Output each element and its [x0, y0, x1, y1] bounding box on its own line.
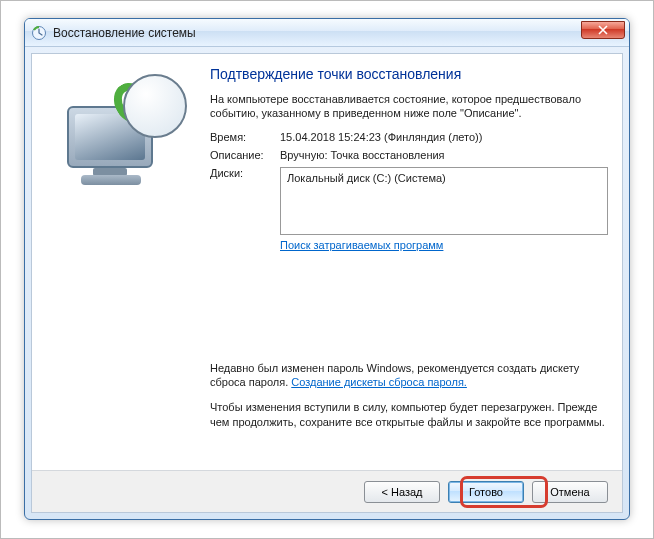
wizard-graphic-column	[44, 66, 204, 466]
window-title: Восстановление системы	[53, 26, 196, 40]
time-value: 15.04.2018 15:24:23 (Финляндия (лето))	[280, 131, 608, 143]
cancel-button[interactable]: Отмена	[532, 481, 608, 503]
restart-note-text: Чтобы изменения вступили в силу, компьют…	[210, 400, 608, 430]
titlebar: Восстановление системы	[25, 19, 629, 47]
disks-value: Локальный диск (C:) (Система)	[287, 172, 446, 184]
intro-text: На компьютере восстанавливается состояни…	[210, 92, 608, 121]
button-bar: < Назад Готово Отмена	[32, 470, 622, 512]
disks-listbox[interactable]: Локальный диск (C:) (Система)	[280, 167, 608, 235]
close-button[interactable]	[581, 21, 625, 39]
finish-button[interactable]: Готово	[448, 481, 524, 503]
content-frame: Подтверждение точки восстановления На ко…	[31, 53, 623, 513]
page-heading: Подтверждение точки восстановления	[210, 66, 608, 82]
system-restore-icon	[31, 25, 47, 41]
create-reset-disk-link[interactable]: Создание дискеты сброса пароля.	[291, 376, 467, 388]
scan-programs-link[interactable]: Поиск затрагиваемых программ	[280, 239, 443, 251]
back-button[interactable]: < Назад	[364, 481, 440, 503]
restore-graphic-icon	[59, 72, 189, 192]
desc-label: Описание:	[210, 149, 280, 161]
dialog-window: Восстановление системы Подтверждение точ…	[24, 18, 630, 520]
time-label: Время:	[210, 131, 280, 143]
desc-value: Вручную: Точка восстановления	[280, 149, 608, 161]
disks-label: Диски:	[210, 167, 280, 235]
